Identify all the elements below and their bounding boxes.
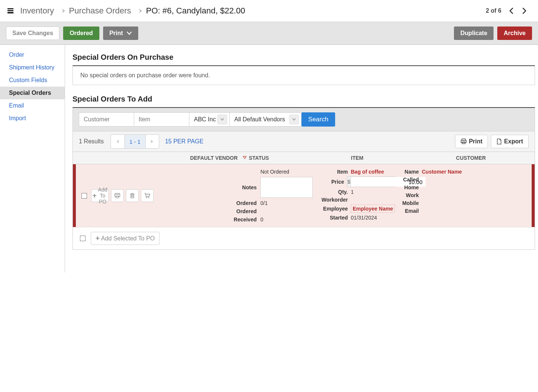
row-select-checkbox[interactable] xyxy=(81,193,87,199)
row-delete-button[interactable] xyxy=(126,189,139,202)
crumb-inventory[interactable]: Inventory xyxy=(20,6,54,16)
section-title-on-purchase: Special Orders On Purchase xyxy=(72,53,535,62)
archive-button[interactable]: Archive xyxy=(497,27,532,40)
employee-link[interactable]: Employee Name xyxy=(351,205,395,213)
qty-value: 1 xyxy=(351,189,396,195)
default-vendor-select-value: All Default Vendors xyxy=(234,116,285,123)
add-to-po-button[interactable]: + Add To PO xyxy=(91,189,109,202)
drawer-icon xyxy=(7,8,13,14)
page-prev-button[interactable] xyxy=(111,135,124,148)
sort-asc-icon xyxy=(243,156,247,160)
results-count: 1 Results xyxy=(79,138,104,145)
crumb-current-po: PO: #6, Candyland, $22.00 xyxy=(146,6,245,16)
page-range[interactable]: 1 - 1 xyxy=(124,135,145,148)
filter-row: ABC Inc All Default Vendors Search xyxy=(73,108,535,131)
table-footer: + Add Selected To PO xyxy=(73,227,535,249)
ordered-button[interactable]: Ordered xyxy=(63,27,99,40)
received-label: Received xyxy=(227,217,257,223)
plus-icon: + xyxy=(93,192,97,200)
employee-label: Employee xyxy=(316,206,348,212)
row-cart-button[interactable] xyxy=(141,189,154,202)
item-link[interactable]: Bag of coffee xyxy=(351,169,384,175)
customer-link[interactable]: Customer Name xyxy=(422,169,462,175)
svg-rect-2 xyxy=(7,12,13,13)
add-to-po-label: Add To PO xyxy=(98,187,107,205)
chevron-right-icon xyxy=(62,9,65,13)
price-label: Price xyxy=(316,179,344,185)
sidebar-item-special-orders[interactable]: Special Orders xyxy=(0,87,65,99)
svg-rect-0 xyxy=(7,8,13,9)
chevron-down-icon xyxy=(217,115,227,124)
item-input[interactable] xyxy=(134,112,189,127)
cust-called-label: Called xyxy=(398,177,419,183)
svg-point-10 xyxy=(146,197,147,198)
started-label: Started xyxy=(316,215,348,221)
results-bar: 1 Results 1 - 1 15 PER PAGE Pri xyxy=(73,131,535,152)
cust-home-label: Home xyxy=(398,184,419,190)
status-value: Not Ordered xyxy=(260,169,313,175)
sidebar-item-shipment-history[interactable]: Shipment History xyxy=(0,61,65,74)
file-icon xyxy=(497,139,502,144)
ordered-label: Ordered xyxy=(227,200,257,206)
add-panel: ABC Inc All Default Vendors Search 1 Res… xyxy=(72,107,535,250)
save-changes-button: Save Changes xyxy=(6,27,59,40)
svg-rect-4 xyxy=(461,140,466,143)
duplicate-button[interactable]: Duplicate xyxy=(454,27,494,40)
add-selected-label: Add Selected To PO xyxy=(101,235,155,242)
select-all-checkbox[interactable] xyxy=(80,236,86,242)
cust-work-label: Work xyxy=(398,192,419,198)
chevron-down-icon xyxy=(289,115,299,124)
print-icon xyxy=(461,139,467,144)
item-label: Item xyxy=(316,169,348,175)
currency-symbol: $ xyxy=(347,177,351,187)
record-prev-button[interactable] xyxy=(505,4,518,17)
per-page-link[interactable]: 15 PER PAGE xyxy=(165,138,204,145)
sidebar-item-email[interactable]: Email xyxy=(0,99,65,112)
sidebar-item-custom-fields[interactable]: Custom Fields xyxy=(0,74,65,87)
notes-label: Notes xyxy=(227,184,257,190)
price-input-group: $ xyxy=(347,177,396,187)
customer-input[interactable] xyxy=(79,112,134,127)
chevron-right-icon xyxy=(139,9,142,13)
workorder-label: Workorder xyxy=(316,197,348,203)
crumb-purchase-orders[interactable]: Purchase Orders xyxy=(69,6,131,16)
cust-mobile-label: Mobile xyxy=(398,200,419,206)
action-toolbar: Save Changes Ordered Print Duplicate Arc… xyxy=(0,22,538,45)
cell-status: Not Ordered Notes Ordered 0/1 Ordered xyxy=(154,169,316,223)
started-value: 01/31/2024 xyxy=(351,215,396,221)
print-results-button[interactable]: Print xyxy=(455,135,488,148)
row-print-button[interactable] xyxy=(111,189,124,202)
export-button[interactable]: Export xyxy=(491,135,529,148)
vendor-select[interactable]: ABC Inc xyxy=(189,112,230,127)
ordered-value: 0/1 xyxy=(260,200,313,206)
section-title-to-add: Special Orders To Add xyxy=(72,95,535,103)
cell-customer: Name Customer Name Called Home Work Mobi… xyxy=(398,169,530,223)
col-item[interactable]: ITEM xyxy=(312,155,402,161)
print-dropdown-button[interactable]: Print xyxy=(103,27,138,40)
cust-name-label: Name xyxy=(398,169,419,175)
svg-rect-1 xyxy=(7,10,13,11)
add-selected-to-po-button[interactable]: + Add Selected To PO xyxy=(91,232,160,245)
record-next-button[interactable] xyxy=(518,4,531,17)
table-row: + Add To PO Not Ordered xyxy=(73,164,535,227)
vendor-select-value: ABC Inc xyxy=(194,116,216,123)
empty-message: No special orders on purchase order were… xyxy=(72,65,535,85)
col-default-vendor[interactable]: DEFAULT VENDOR xyxy=(176,155,238,161)
search-button[interactable]: Search xyxy=(302,112,335,127)
col-status[interactable]: STATUS xyxy=(238,155,312,161)
col-customer[interactable]: CUSTOMER xyxy=(402,155,529,161)
plus-icon: + xyxy=(96,234,100,242)
default-vendor-select[interactable]: All Default Vendors xyxy=(230,112,302,127)
sidebar-item-order[interactable]: Order xyxy=(0,49,65,61)
page-next-button[interactable] xyxy=(145,135,159,148)
notes-textarea[interactable] xyxy=(260,177,313,198)
record-pager-text: 2 of 6 xyxy=(486,7,501,14)
row-actions: + Add To PO xyxy=(77,169,154,223)
cust-email-label: Email xyxy=(398,208,419,214)
export-label: Export xyxy=(504,138,523,145)
chevron-down-icon xyxy=(127,31,132,35)
sidebar: Order Shipment History Custom Fields Spe… xyxy=(0,45,65,273)
cell-item: Item Bag of coffee Price $ Qty. xyxy=(316,169,398,223)
sidebar-item-import[interactable]: Import xyxy=(0,112,65,125)
table-header-row: DEFAULT VENDOR STATUS ITEM CUSTOMER xyxy=(73,152,535,164)
